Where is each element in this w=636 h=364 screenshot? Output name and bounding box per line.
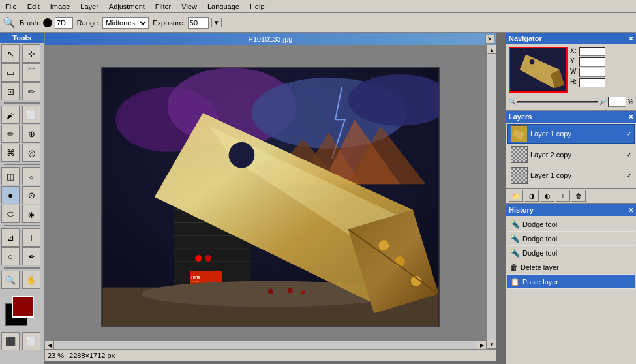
scroll-horizontal-track[interactable] [54, 341, 477, 349]
crop-tool[interactable]: ⊡ [1, 82, 20, 100]
zoom-slider[interactable] [517, 101, 598, 103]
canvas-title: P1010133.jpg [249, 35, 293, 43]
history-icon-3: 🗑 [510, 263, 518, 272]
menu-view[interactable]: View [176, 1, 202, 12]
move-tool[interactable]: ↖ [1, 44, 20, 63]
canvas-close-button[interactable]: ✕ [485, 35, 494, 44]
navigator-close-button[interactable]: ✕ [628, 35, 633, 42]
brush-tool[interactable]: 🖌 [1, 106, 20, 124]
text-tool[interactable]: T [22, 228, 40, 247]
dodge-tool-icon[interactable]: 🔍 [3, 16, 16, 29]
delete-layer-btn[interactable]: 🗑 [571, 190, 586, 202]
layer-visibility-1[interactable]: ✓ [626, 151, 631, 159]
navigator-titlebar: Navigator ✕ [506, 33, 636, 44]
nav-x-label: X: [570, 47, 578, 56]
nav-y-input[interactable] [579, 57, 605, 67]
svg-point-28 [301, 291, 305, 295]
new-adjustment-btn[interactable]: ◐ [540, 190, 554, 202]
pencil-tool[interactable]: ✏ [1, 125, 20, 143]
burn-tool[interactable]: ⊙ [22, 186, 40, 204]
new-layer-set-btn[interactable]: 📁 [509, 190, 523, 202]
layer-item-0[interactable]: Layer 1 copy ✓ [507, 124, 635, 144]
menu-image[interactable]: Image [45, 1, 76, 12]
menu-adjustment[interactable]: Adjustment [104, 1, 150, 12]
range-select[interactable]: Midtones Shadows Highlights [102, 17, 149, 29]
nav-h-input[interactable] [579, 78, 605, 87]
navigator-preview [509, 47, 568, 93]
rect-select-tool[interactable]: ▭ [1, 63, 20, 82]
layer-visibility-2[interactable]: ✓ [626, 172, 631, 179]
menu-language[interactable]: Language [202, 1, 245, 12]
zoom-tool[interactable]: 🔍 [1, 271, 20, 289]
navigator-panel: Navigator ✕ X: [506, 33, 636, 111]
scroll-right-button[interactable]: ▶ [477, 341, 487, 350]
nav-y-label: Y: [570, 57, 578, 67]
svg-point-29 [268, 289, 273, 294]
new-layer-btn[interactable]: + [556, 190, 570, 202]
screen-mode-btn[interactable]: ⬜ [22, 332, 40, 350]
exposure-dropdown[interactable]: ▼ [211, 18, 222, 27]
menu-edit[interactable]: Edit [22, 1, 45, 12]
pen-tool[interactable]: ✒ [22, 247, 40, 265]
layer-visibility-0[interactable]: ✓ [626, 130, 631, 138]
nav-w-label: W: [570, 68, 578, 77]
scroll-vertical-track[interactable] [487, 54, 496, 340]
scroll-left-button[interactable]: ◀ [45, 341, 54, 350]
foreground-color-swatch[interactable] [12, 296, 34, 318]
new-fill-layer-btn[interactable]: ◑ [524, 190, 539, 202]
scroll-down-button[interactable]: ▼ [487, 340, 496, 349]
layers-toolbar: 📁 ◑ ◐ + 🗑 [506, 188, 636, 203]
menu-layer[interactable]: Layer [75, 1, 104, 12]
layers-title: Layers [509, 113, 532, 121]
sharpen-tool[interactable]: ◈ [22, 205, 40, 223]
history-item-1[interactable]: 🔦Dodge tool [507, 232, 635, 246]
history-item-2[interactable]: 🔦Dodge tool [507, 246, 635, 260]
history-panel: History ✕ 🔦Dodge tool🔦Dodge tool🔦Dodge t… [506, 204, 636, 364]
brush-size-input[interactable] [55, 17, 73, 29]
clone-tool[interactable]: ⊕ [22, 125, 40, 143]
nav-preview-svg [510, 48, 566, 91]
hand-tool[interactable]: ✋ [22, 271, 40, 289]
menu-help[interactable]: Help [245, 1, 270, 12]
zoom-value-input[interactable]: 23 [608, 97, 626, 107]
layer-item-1[interactable]: Layer 2 copy ✓ [507, 145, 635, 164]
scroll-up-button[interactable]: ▲ [487, 45, 496, 54]
zoom-out-icon[interactable]: 🔍 [509, 99, 516, 105]
blur-tool[interactable]: ⬭ [1, 205, 20, 223]
zoom-in-icon[interactable]: 🔎 [599, 99, 607, 105]
layer-name-1: Layer 2 copy [530, 151, 624, 159]
canvas-scrollbar-vertical[interactable]: ▲ ▼ [487, 45, 496, 349]
patch-tool[interactable]: ⌘ [1, 144, 20, 162]
layers-close-button[interactable]: ✕ [628, 114, 633, 121]
history-label-4: Paste layer [522, 278, 558, 286]
paint-bucket-tool[interactable]: ⬦ [22, 167, 40, 185]
select-tool[interactable]: ⊹ [22, 44, 40, 63]
gradient-tool[interactable]: ◫ [1, 167, 20, 185]
history-label-1: Dodge tool [522, 235, 557, 243]
layer-item-2[interactable]: Layer 1 copy ✓ [507, 166, 635, 185]
history-item-3[interactable]: 🗑Delete layer [507, 260, 635, 275]
history-item-4[interactable]: 📋Paste layer [507, 275, 635, 289]
exposure-input[interactable] [188, 17, 209, 29]
history-item-0[interactable]: 🔦Dodge tool [507, 217, 635, 232]
canvas-content[interactable]: I BITE DO NOT TRY TO TOUCH ME [45, 45, 496, 349]
mask-btn[interactable]: ⬛ [1, 332, 20, 350]
nav-x-input[interactable] [579, 47, 605, 56]
lasso-tool[interactable]: ⌒ [22, 63, 40, 82]
tools-panel: Tools ↖ ⊹ ▭ ⌒ ⊡ ✏ 🖌 ⬜ ✏ ⊕ ⌘ ◎ ◫ ⬦ ● ⊙ ⬭ … [0, 33, 44, 364]
eraser-tool[interactable]: ⬜ [22, 106, 40, 124]
retouch-tool[interactable]: ◎ [22, 144, 40, 162]
history-close-button[interactable]: ✕ [628, 207, 633, 214]
canvas-scrollbar-horizontal[interactable]: ◀ ▶ [45, 340, 487, 349]
nav-w-input[interactable] [579, 68, 605, 77]
eyedropper-tool[interactable]: ✏ [22, 82, 40, 100]
svg-point-35 [395, 256, 405, 267]
shape-tool[interactable]: ○ [1, 247, 20, 265]
menu-filter[interactable]: Filter [150, 1, 176, 12]
path-tool[interactable]: ⊿ [1, 228, 20, 247]
brush-preview[interactable] [43, 18, 52, 27]
dodge-tool-btn active[interactable]: ● [1, 186, 20, 204]
menu-file[interactable]: File [0, 1, 22, 12]
history-titlebar: History ✕ [506, 204, 636, 216]
history-icon-1: 🔦 [510, 234, 520, 243]
